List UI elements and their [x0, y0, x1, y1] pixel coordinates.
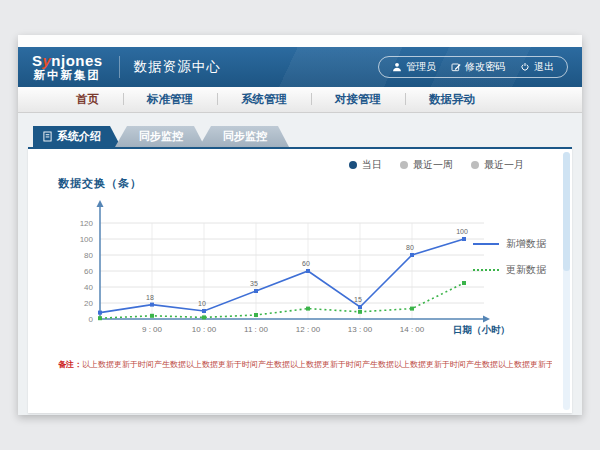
blue-line-sample — [473, 243, 499, 245]
svg-text:100: 100 — [456, 228, 468, 235]
svg-text:11 : 00: 11 : 00 — [244, 325, 268, 334]
window-top-strip — [18, 35, 582, 47]
logo-prefix: S — [32, 52, 43, 69]
change-password-label: 修改密码 — [465, 60, 505, 74]
filter-label: 当日 — [362, 158, 382, 172]
logo-wordmark: Synjones — [32, 53, 103, 69]
tab-label: 同步监控 — [223, 126, 267, 147]
filter-option-today[interactable]: 当日 — [349, 158, 382, 172]
legend-label: 新增数据 — [506, 237, 546, 251]
footnote: 备注：以上数据更新于时间产生数据以上数据更新于时间产生数据以上数据更新于时间产生… — [58, 359, 552, 370]
footnote-text: 以上数据更新于时间产生数据以上数据更新于时间产生数据以上数据更新于时间产生数据以… — [82, 360, 552, 369]
logo-subtitle: 新中新集团 — [32, 69, 103, 81]
tab-label: 系统介绍 — [57, 126, 101, 147]
filter-option-last-week[interactable]: 最近一周 — [400, 158, 453, 172]
nav-item-standard-mgmt[interactable]: 标准管理 — [123, 92, 217, 107]
filter-option-last-month[interactable]: 最近一月 — [471, 158, 524, 172]
logout-button[interactable]: 退出 — [520, 60, 554, 74]
edit-icon — [451, 62, 461, 72]
change-password-button[interactable]: 修改密码 — [451, 60, 505, 74]
svg-text:60: 60 — [302, 260, 310, 267]
radio-dot — [400, 161, 408, 169]
green-dotted-line-sample — [473, 269, 499, 271]
time-range-filter: 当日 最近一周 最近一月 — [349, 158, 524, 172]
svg-text:10 : 00: 10 : 00 — [192, 325, 217, 334]
legend-item-updated-data[interactable]: 更新数据 — [473, 263, 546, 277]
nav-item-home[interactable]: 首页 — [52, 92, 123, 107]
svg-text:80: 80 — [406, 244, 414, 251]
nav-item-interface-mgmt[interactable]: 对接管理 — [311, 92, 405, 107]
content-area: 系统介绍 同步监控 同步监控 当日 最近一周 — [18, 113, 582, 415]
svg-text:60: 60 — [84, 267, 93, 276]
panel-scrollbar[interactable] — [563, 152, 570, 410]
svg-text:35: 35 — [250, 280, 258, 287]
svg-text:15: 15 — [354, 296, 362, 303]
app-header: Synjones 新中新集团 数据资源中心 管理员 修改密码 退出 — [18, 47, 582, 87]
svg-text:120: 120 — [80, 219, 94, 228]
user-toolbar: 管理员 修改密码 退出 — [378, 56, 568, 78]
user-icon — [392, 62, 402, 72]
tab-sync-monitor-2[interactable]: 同步监控 — [199, 126, 289, 147]
chart-panel: 当日 最近一周 最近一月 数据交换（条） 0204060801001209 : … — [28, 147, 572, 413]
page-title: 数据资源中心 — [119, 56, 221, 78]
tab-label: 同步监控 — [139, 126, 183, 147]
tab-sync-monitor-1[interactable]: 同步监控 — [115, 126, 205, 147]
application-window: Synjones 新中新集团 数据资源中心 管理员 修改密码 退出 首页 标准管… — [18, 35, 582, 415]
filter-label: 最近一月 — [484, 158, 524, 172]
svg-text:40: 40 — [84, 283, 93, 292]
legend-label: 更新数据 — [506, 263, 546, 277]
admin-user-button[interactable]: 管理员 — [392, 60, 436, 74]
nav-item-system-mgmt[interactable]: 系统管理 — [217, 92, 311, 107]
svg-text:14 : 00: 14 : 00 — [400, 325, 425, 334]
svg-text:日期（小时）: 日期（小时） — [453, 324, 510, 336]
svg-text:18: 18 — [146, 294, 154, 301]
tab-system-intro[interactable]: 系统介绍 — [33, 126, 121, 147]
svg-text:13 : 00: 13 : 00 — [348, 325, 373, 334]
admin-label: 管理员 — [406, 60, 436, 74]
main-nav: 首页 标准管理 系统管理 对接管理 数据异动 — [18, 87, 582, 113]
logo-suffix: njones — [51, 52, 102, 69]
svg-text:80: 80 — [84, 251, 93, 260]
logout-label: 退出 — [534, 60, 554, 74]
scrollbar-thumb[interactable] — [563, 152, 570, 271]
line-chart: 0204060801001209 : 0010 : 0011 : 0012 : … — [42, 191, 512, 345]
svg-text:10: 10 — [198, 300, 206, 307]
svg-text:12 : 00: 12 : 00 — [296, 325, 321, 334]
svg-text:100: 100 — [80, 235, 94, 244]
document-icon — [43, 131, 52, 142]
legend-item-new-data[interactable]: 新增数据 — [473, 237, 546, 251]
y-axis-title: 数据交换（条） — [58, 176, 142, 191]
power-icon — [520, 62, 530, 72]
radio-dot — [349, 161, 357, 169]
svg-text:9 : 00: 9 : 00 — [142, 325, 163, 334]
svg-text:20: 20 — [84, 299, 93, 308]
footnote-prefix: 备注： — [58, 360, 82, 369]
series-legend: 新增数据 更新数据 — [473, 237, 546, 277]
filter-label: 最近一周 — [413, 158, 453, 172]
tab-bar: 系统介绍 同步监控 同步监控 — [18, 113, 582, 147]
company-logo: Synjones 新中新集团 — [32, 53, 103, 81]
nav-item-data-change[interactable]: 数据异动 — [405, 92, 499, 107]
radio-dot — [471, 161, 479, 169]
svg-text:0: 0 — [89, 315, 94, 324]
